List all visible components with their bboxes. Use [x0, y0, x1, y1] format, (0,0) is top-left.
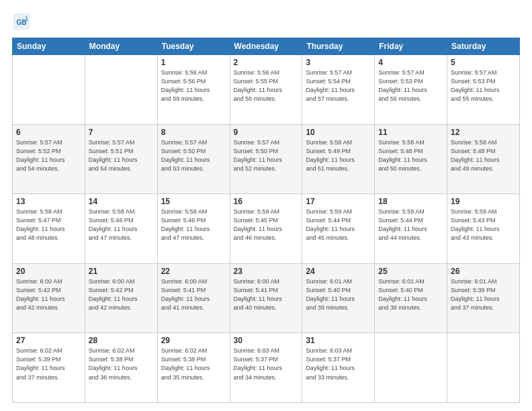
- day-cell: 2Sunrise: 5:56 AM Sunset: 5:55 PM Daylig…: [230, 55, 302, 125]
- day-cell: 11Sunrise: 5:58 AM Sunset: 5:48 PM Dayli…: [375, 124, 447, 194]
- day-cell: 15Sunrise: 5:58 AM Sunset: 5:46 PM Dayli…: [157, 194, 230, 264]
- day-number: 9: [234, 128, 299, 137]
- day-info: Sunrise: 6:00 AM Sunset: 5:42 PM Dayligh…: [89, 277, 154, 312]
- day-cell: 7Sunrise: 5:57 AM Sunset: 5:51 PM Daylig…: [85, 124, 157, 194]
- day-number: 14: [89, 197, 154, 206]
- day-cell: 17Sunrise: 5:59 AM Sunset: 5:44 PM Dayli…: [302, 194, 375, 264]
- day-cell: [85, 55, 157, 125]
- day-info: Sunrise: 5:56 AM Sunset: 5:55 PM Dayligh…: [234, 68, 299, 103]
- day-info: Sunrise: 6:01 AM Sunset: 5:40 PM Dayligh…: [378, 277, 443, 312]
- day-info: Sunrise: 6:02 AM Sunset: 5:38 PM Dayligh…: [161, 347, 226, 381]
- day-cell: 25Sunrise: 6:01 AM Sunset: 5:40 PM Dayli…: [375, 263, 447, 333]
- day-number: 19: [451, 197, 516, 206]
- day-number: 2: [234, 58, 299, 67]
- day-info: Sunrise: 6:01 AM Sunset: 5:40 PM Dayligh…: [306, 277, 371, 312]
- weekday-header-thursday: Thursday: [302, 38, 375, 55]
- day-number: 25: [378, 267, 443, 276]
- day-cell: 3Sunrise: 5:57 AM Sunset: 5:54 PM Daylig…: [302, 55, 375, 125]
- day-info: Sunrise: 6:02 AM Sunset: 5:39 PM Dayligh…: [16, 347, 81, 381]
- day-cell: 14Sunrise: 5:58 AM Sunset: 5:46 PM Dayli…: [85, 194, 157, 264]
- svg-text:GB: GB: [16, 19, 26, 26]
- day-info: Sunrise: 5:58 AM Sunset: 5:48 PM Dayligh…: [451, 138, 516, 173]
- day-cell: 19Sunrise: 5:59 AM Sunset: 5:43 PM Dayli…: [447, 194, 520, 264]
- day-info: Sunrise: 5:57 AM Sunset: 5:54 PM Dayligh…: [306, 68, 371, 103]
- day-cell: 1Sunrise: 5:56 AM Sunset: 5:56 PM Daylig…: [157, 55, 230, 125]
- header: GB: [12, 12, 520, 31]
- day-info: Sunrise: 6:00 AM Sunset: 5:41 PM Dayligh…: [161, 277, 226, 312]
- day-number: 5: [451, 58, 516, 67]
- day-info: Sunrise: 5:56 AM Sunset: 5:56 PM Dayligh…: [161, 68, 226, 103]
- day-cell: 23Sunrise: 6:00 AM Sunset: 5:41 PM Dayli…: [230, 263, 302, 333]
- weekday-header-sunday: Sunday: [13, 38, 85, 55]
- weekday-header-saturday: Saturday: [447, 38, 520, 55]
- day-cell: 21Sunrise: 6:00 AM Sunset: 5:42 PM Dayli…: [85, 263, 157, 333]
- page: GB SundayMondayTuesdayWednesdayThursdayF…: [0, 0, 532, 411]
- day-cell: 4Sunrise: 5:57 AM Sunset: 5:53 PM Daylig…: [375, 55, 447, 125]
- weekday-header-friday: Friday: [375, 38, 447, 55]
- day-number: 10: [306, 128, 371, 137]
- day-cell: [447, 333, 520, 403]
- day-number: 31: [306, 336, 371, 345]
- day-cell: 26Sunrise: 6:01 AM Sunset: 5:39 PM Dayli…: [447, 263, 520, 333]
- calendar-table: SundayMondayTuesdayWednesdayThursdayFrid…: [12, 38, 520, 403]
- day-info: Sunrise: 5:59 AM Sunset: 5:45 PM Dayligh…: [234, 208, 299, 242]
- day-info: Sunrise: 5:57 AM Sunset: 5:53 PM Dayligh…: [378, 68, 443, 103]
- day-info: Sunrise: 5:57 AM Sunset: 5:52 PM Dayligh…: [16, 138, 81, 173]
- day-info: Sunrise: 5:59 AM Sunset: 5:44 PM Dayligh…: [378, 208, 443, 242]
- day-cell: [13, 55, 85, 125]
- day-cell: 28Sunrise: 6:02 AM Sunset: 5:38 PM Dayli…: [85, 333, 157, 403]
- day-number: 3: [306, 58, 371, 67]
- day-cell: 29Sunrise: 6:02 AM Sunset: 5:38 PM Dayli…: [157, 333, 230, 403]
- day-number: 20: [16, 267, 81, 276]
- day-cell: 30Sunrise: 6:03 AM Sunset: 5:37 PM Dayli…: [230, 333, 302, 403]
- day-number: 11: [378, 128, 443, 137]
- day-info: Sunrise: 5:58 AM Sunset: 5:47 PM Dayligh…: [16, 208, 81, 242]
- day-info: Sunrise: 6:01 AM Sunset: 5:39 PM Dayligh…: [451, 277, 516, 312]
- day-info: Sunrise: 5:57 AM Sunset: 5:51 PM Dayligh…: [89, 138, 154, 173]
- week-row-3: 13Sunrise: 5:58 AM Sunset: 5:47 PM Dayli…: [13, 194, 520, 264]
- day-number: 15: [161, 197, 226, 206]
- day-info: Sunrise: 5:58 AM Sunset: 5:48 PM Dayligh…: [378, 138, 443, 173]
- day-cell: 24Sunrise: 6:01 AM Sunset: 5:40 PM Dayli…: [302, 263, 375, 333]
- day-cell: 10Sunrise: 5:58 AM Sunset: 5:49 PM Dayli…: [302, 124, 375, 194]
- day-number: 26: [451, 267, 516, 276]
- day-cell: 27Sunrise: 6:02 AM Sunset: 5:39 PM Dayli…: [13, 333, 85, 403]
- day-info: Sunrise: 6:03 AM Sunset: 5:37 PM Dayligh…: [306, 347, 371, 381]
- day-cell: 13Sunrise: 5:58 AM Sunset: 5:47 PM Dayli…: [13, 194, 85, 264]
- week-row-1: 1Sunrise: 5:56 AM Sunset: 5:56 PM Daylig…: [13, 55, 520, 125]
- day-number: 1: [161, 58, 226, 67]
- day-number: 18: [378, 197, 443, 206]
- day-cell: [375, 333, 447, 403]
- day-info: Sunrise: 6:00 AM Sunset: 5:41 PM Dayligh…: [234, 277, 299, 312]
- day-number: 6: [16, 128, 81, 137]
- day-number: 16: [234, 197, 299, 206]
- day-number: 30: [234, 336, 299, 345]
- day-number: 22: [161, 267, 226, 276]
- weekday-header-tuesday: Tuesday: [157, 38, 230, 55]
- day-cell: 18Sunrise: 5:59 AM Sunset: 5:44 PM Dayli…: [375, 194, 447, 264]
- day-info: Sunrise: 5:58 AM Sunset: 5:46 PM Dayligh…: [89, 208, 154, 242]
- logo-icon: GB: [12, 12, 31, 31]
- day-number: 17: [306, 197, 371, 206]
- day-cell: 9Sunrise: 5:57 AM Sunset: 5:50 PM Daylig…: [230, 124, 302, 194]
- day-info: Sunrise: 6:00 AM Sunset: 5:42 PM Dayligh…: [16, 277, 81, 312]
- day-info: Sunrise: 5:59 AM Sunset: 5:44 PM Dayligh…: [306, 208, 371, 242]
- day-number: 27: [16, 336, 81, 345]
- day-cell: 6Sunrise: 5:57 AM Sunset: 5:52 PM Daylig…: [13, 124, 85, 194]
- day-number: 24: [306, 267, 371, 276]
- day-number: 21: [89, 267, 154, 276]
- week-row-4: 20Sunrise: 6:00 AM Sunset: 5:42 PM Dayli…: [13, 263, 520, 333]
- day-info: Sunrise: 5:58 AM Sunset: 5:46 PM Dayligh…: [161, 208, 226, 242]
- day-cell: 12Sunrise: 5:58 AM Sunset: 5:48 PM Dayli…: [447, 124, 520, 194]
- day-info: Sunrise: 6:02 AM Sunset: 5:38 PM Dayligh…: [89, 347, 154, 381]
- day-number: 12: [451, 128, 516, 137]
- day-number: 4: [378, 58, 443, 67]
- weekday-header-row: SundayMondayTuesdayWednesdayThursdayFrid…: [13, 38, 520, 55]
- day-number: 23: [234, 267, 299, 276]
- day-number: 29: [161, 336, 226, 345]
- day-info: Sunrise: 5:59 AM Sunset: 5:43 PM Dayligh…: [451, 208, 516, 242]
- day-cell: 22Sunrise: 6:00 AM Sunset: 5:41 PM Dayli…: [157, 263, 230, 333]
- day-number: 28: [89, 336, 154, 345]
- day-info: Sunrise: 5:58 AM Sunset: 5:49 PM Dayligh…: [306, 138, 371, 173]
- logo: GB: [12, 12, 35, 31]
